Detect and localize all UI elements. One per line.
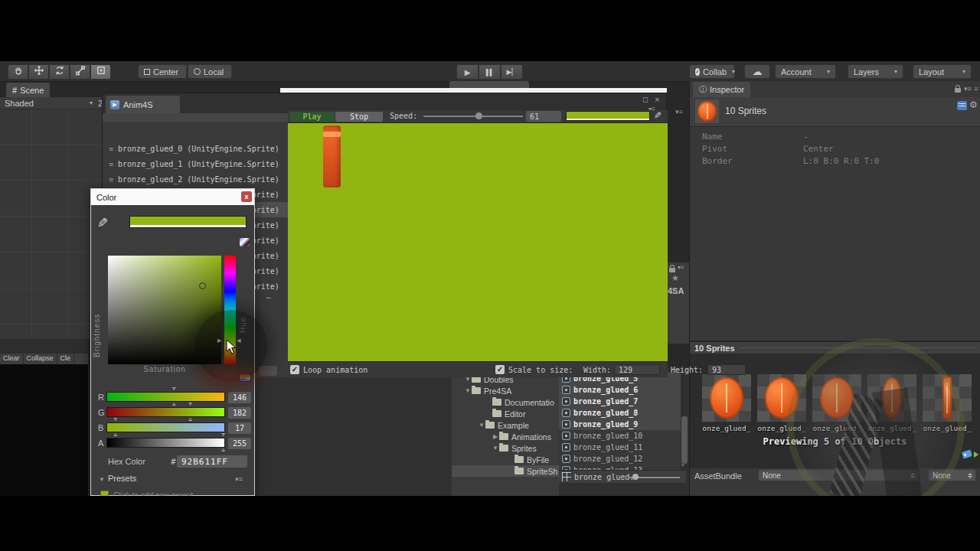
- asset-row[interactable]: bronze_glued_13: [559, 465, 681, 470]
- console-collapse-button[interactable]: Collapse: [24, 354, 57, 364]
- hex-value-field[interactable]: 92B611FF: [177, 455, 247, 468]
- favorites-star-icon[interactable]: ★: [671, 273, 679, 283]
- green-value-field[interactable]: 182: [228, 407, 251, 419]
- folder-row[interactable]: Editor: [452, 408, 559, 419]
- asset-row[interactable]: bronze_glued_9: [559, 419, 681, 430]
- drag-handle-icon[interactable]: ≡: [109, 175, 113, 184]
- folder-row[interactable]: ByFile: [452, 454, 559, 465]
- pivot-center-button[interactable]: Center: [138, 64, 187, 79]
- speed-value-field[interactable]: 61: [526, 111, 561, 122]
- asset-row[interactable]: bronze_glued_7: [559, 396, 681, 407]
- console-clear-on-play-button[interactable]: Cle: [57, 354, 75, 364]
- console-clear-button[interactable]: Clear: [0, 354, 24, 364]
- slider-marker-icon[interactable]: ▵: [221, 448, 224, 452]
- speed-slider[interactable]: [423, 116, 523, 117]
- rect-tool-button[interactable]: [90, 64, 111, 80]
- loop-checkbox[interactable]: ✓: [290, 365, 299, 374]
- play-button[interactable]: ▶: [456, 64, 479, 80]
- close-icon[interactable]: ×: [655, 95, 659, 104]
- account-dropdown[interactable]: Account ▾: [775, 64, 836, 79]
- panel-menu-icon[interactable]: ▾≡: [678, 264, 684, 271]
- lock-icon[interactable]: [955, 88, 961, 93]
- alpha-value-field[interactable]: 255: [228, 438, 251, 449]
- close-icon[interactable]: x: [241, 191, 252, 202]
- presets-menu-icon[interactable]: ▾≡: [235, 475, 243, 483]
- foldout-expanded-icon[interactable]: ▼: [492, 445, 499, 452]
- animation-canvas[interactable]: [288, 123, 668, 361]
- move-tool-button[interactable]: [28, 64, 49, 80]
- list-item[interactable]: ≡bronze_glued_0 (UnityEngine.Sprite): [103, 141, 288, 156]
- list-item[interactable]: ≡bronze_glued_1 (UnityEngine.Sprite): [103, 156, 288, 171]
- asset-row[interactable]: bronze_glued_8: [559, 407, 681, 419]
- slider-marker-icon[interactable]: ▿: [172, 386, 175, 391]
- drag-handle-icon[interactable]: ≡: [109, 160, 113, 168]
- hidden-panel-menu-icon[interactable]: ▾≡: [675, 108, 683, 116]
- asset-row[interactable]: bronze_glued_6: [559, 384, 681, 396]
- pivot-local-button[interactable]: Local: [188, 64, 232, 79]
- foldout-collapsed-icon[interactable]: ▶: [492, 433, 499, 440]
- current-color-swatch[interactable]: [129, 216, 247, 228]
- folder-icon: [492, 410, 501, 417]
- layers-dropdown[interactable]: Layers ▾: [848, 64, 903, 79]
- foldout-expanded-icon[interactable]: ▼: [464, 387, 472, 394]
- eyedropper-icon[interactable]: ✎: [654, 110, 662, 121]
- zoom-slider-handle[interactable]: [632, 474, 639, 480]
- folder-row[interactable]: ▼Example: [452, 419, 559, 431]
- list-item[interactable]: ≡bronze_glued_2 (UnityEngine.Sprite): [103, 171, 288, 187]
- foldout-expanded-icon[interactable]: ▼: [478, 422, 485, 429]
- scrollbar-thumb[interactable]: [681, 416, 688, 464]
- play-animation-button[interactable]: Play: [289, 112, 335, 122]
- folder-row[interactable]: ▼Pre4SA: [452, 385, 559, 396]
- hand-tool-button[interactable]: [8, 64, 28, 80]
- rotate-tool-button[interactable]: [49, 64, 70, 80]
- slider-marker-icon[interactable]: ▵: [172, 402, 175, 406]
- gear-icon[interactable]: ⚙: [969, 99, 978, 110]
- stop-animation-button[interactable]: Stop: [335, 112, 383, 122]
- tint-color-swatch[interactable]: [566, 111, 650, 121]
- folder-row[interactable]: ▼Sprites: [452, 442, 559, 454]
- selection-thumbnail: [695, 99, 719, 123]
- menu-icon[interactable]: ≡: [974, 85, 978, 93]
- scroll-down-icon[interactable]: ▾: [681, 462, 684, 468]
- scale-tool-button[interactable]: [70, 64, 90, 80]
- alpha-slider[interactable]: ▿ ▵: [106, 438, 225, 448]
- remove-item-button[interactable]: −: [266, 292, 271, 303]
- collab-dropdown[interactable]: ✓ Collab ▾: [689, 64, 735, 79]
- slider-marker-icon[interactable]: ▿: [221, 432, 224, 437]
- tab-anim4s[interactable]: ▶ Anim4S: [106, 96, 180, 113]
- blue-slider[interactable]: ▿ ▵: [106, 422, 225, 432]
- slider-marker-icon[interactable]: ▿: [189, 402, 192, 406]
- cloud-button[interactable]: ☁: [744, 64, 770, 79]
- width-field[interactable]: 129: [614, 364, 660, 375]
- drag-handle-icon[interactable]: ≡: [109, 145, 113, 153]
- green-slider[interactable]: ▿ ▵: [106, 407, 225, 417]
- shading-mode-dropdown[interactable]: Shaded ▾ 2: [0, 97, 103, 109]
- scale-checkbox[interactable]: ✓: [495, 365, 505, 374]
- slider-marker-icon[interactable]: ▿: [114, 417, 117, 422]
- asset-row[interactable]: bronze_glued_10: [559, 430, 681, 442]
- presets-label[interactable]: Presets: [108, 474, 136, 483]
- speed-slider-handle[interactable]: [475, 112, 482, 119]
- panel-menu-icon[interactable]: ▾≡: [964, 85, 972, 93]
- tab-scene[interactable]: # Scene: [6, 83, 50, 97]
- colorfield-mode-icon[interactable]: [240, 238, 250, 246]
- presets-foldout-icon[interactable]: ▼: [99, 476, 105, 483]
- project-scrollbar[interactable]: ▾: [681, 372, 688, 470]
- layout-dropdown[interactable]: Layout ▾: [913, 64, 972, 79]
- asset-row[interactable]: bronze_glued_11: [559, 442, 681, 453]
- step-button[interactable]: ▶▏: [501, 64, 523, 80]
- pause-button[interactable]: ▌▌: [479, 64, 501, 80]
- maximize-icon[interactable]: ◻: [642, 96, 648, 103]
- slider-marker-icon[interactable]: ▵: [189, 417, 192, 422]
- folder-row-selected[interactable]: SpriteSh: [452, 465, 559, 477]
- asset-row[interactable]: bronze_glued_12: [559, 453, 681, 465]
- eyedropper-icon[interactable]: ✎: [97, 215, 108, 231]
- help-book-icon[interactable]: [957, 101, 967, 110]
- slider-marker-icon[interactable]: ▵: [114, 432, 117, 437]
- folder-row[interactable]: Documentatio: [452, 396, 559, 408]
- height-field[interactable]: 93: [707, 364, 746, 375]
- dialog-titlebar[interactable]: Color x: [91, 189, 254, 205]
- folder-row[interactable]: ▶Animations: [452, 431, 559, 442]
- tab-inspector[interactable]: ⓘ Inspector: [693, 82, 750, 97]
- blue-value-field[interactable]: 17: [228, 422, 251, 434]
